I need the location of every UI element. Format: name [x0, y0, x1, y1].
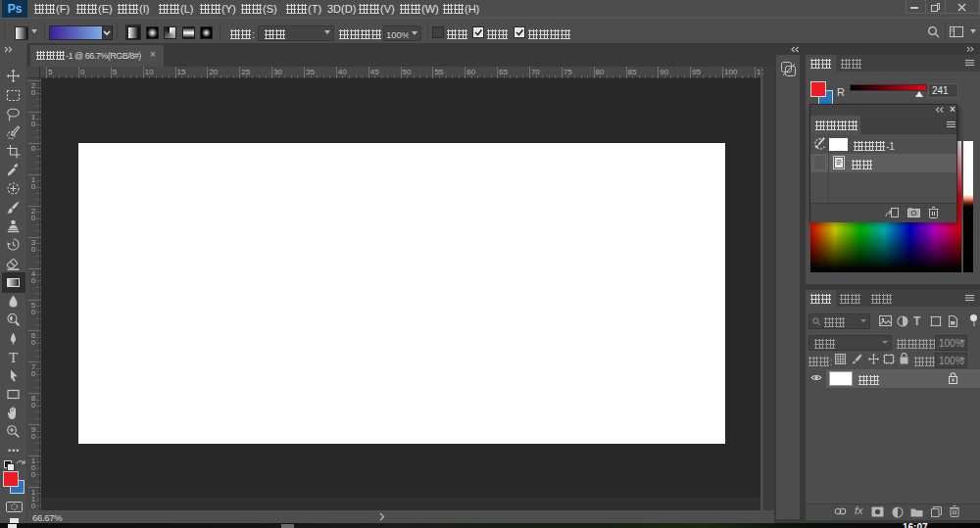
svg-text:T: T	[9, 350, 18, 364]
